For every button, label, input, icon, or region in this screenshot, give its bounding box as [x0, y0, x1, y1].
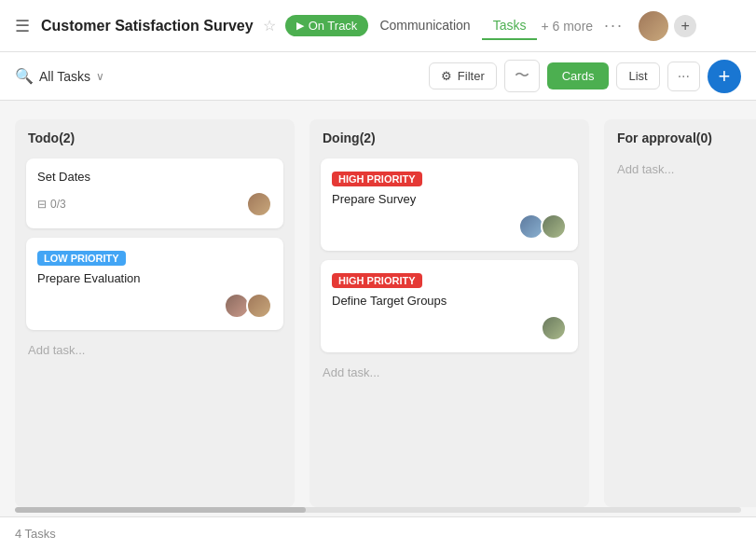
kanban-board: Todo(2) Set Dates ⊟ 0/3 LOW PRIORITY Pre… — [0, 101, 756, 507]
cards-view-button[interactable]: Cards — [547, 62, 610, 89]
avatar — [541, 315, 567, 341]
card-set-dates[interactable]: Set Dates ⊟ 0/3 — [26, 158, 283, 228]
add-user-button[interactable]: + — [674, 15, 696, 37]
task-filter-dropdown[interactable]: 🔍 All Tasks ∨ — [15, 67, 104, 85]
card-footer — [332, 213, 567, 240]
toolbar: 🔍 All Tasks ∨ ⚙ Filter 〜 Cards List ··· … — [0, 52, 756, 101]
avatar — [246, 191, 272, 217]
star-icon[interactable]: ☆ — [263, 17, 276, 34]
avatar — [541, 213, 567, 240]
card-footer: ⊟ 0/3 — [37, 191, 272, 217]
user-avatar-area: + — [639, 11, 696, 41]
project-title: Customer Satisfaction Survey — [41, 18, 254, 34]
card-avatars — [518, 213, 567, 240]
tab-communication[interactable]: Communication — [368, 12, 481, 40]
avatar — [246, 293, 272, 319]
card-title: Prepare Survey — [332, 192, 567, 206]
card-define-target-groups[interactable]: HIGH PRIORITY Define Target Groups — [321, 260, 578, 352]
activity-icon: 〜 — [515, 66, 529, 86]
subtask-count: 0/3 — [50, 198, 66, 211]
subtask-info: ⊟ 0/3 — [37, 198, 66, 211]
priority-badge: HIGH PRIORITY — [332, 273, 422, 288]
activity-button[interactable]: 〜 — [504, 60, 540, 92]
add-task-link[interactable]: Add task... — [321, 362, 578, 383]
add-task-link[interactable]: Add task... — [615, 158, 756, 180]
card-avatars — [246, 191, 272, 217]
card-avatars — [541, 315, 567, 341]
task-count-label: 4 Tasks — [15, 527, 56, 541]
play-icon: ▶ — [296, 20, 304, 32]
filter-label: Filter — [458, 69, 485, 83]
footer-bar: 4 Tasks — [0, 516, 756, 550]
tab-more[interactable]: + 6 more — [537, 13, 597, 39]
priority-badge: LOW PRIORITY — [37, 251, 126, 266]
filter-icon: ⚙ — [441, 69, 452, 83]
card-title: Set Dates — [37, 170, 272, 184]
card-footer — [37, 293, 272, 319]
top-navigation: ☰ Customer Satisfaction Survey ☆ ▶ On Tr… — [0, 0, 756, 52]
column-doing-header: Doing(2) — [321, 131, 578, 149]
filter-button[interactable]: ⚙ Filter — [429, 62, 497, 89]
column-todo: Todo(2) Set Dates ⊟ 0/3 LOW PRIORITY Pre… — [15, 119, 295, 507]
column-for-approval-header: For approval(0) — [615, 131, 756, 149]
user-avatar[interactable] — [639, 11, 668, 41]
add-task-link[interactable]: Add task... — [26, 339, 283, 361]
hamburger-icon[interactable]: ☰ — [15, 16, 30, 36]
card-title: Define Target Groups — [332, 294, 567, 308]
toolbar-more-button[interactable]: ··· — [667, 62, 700, 91]
add-task-button[interactable]: + — [708, 60, 741, 93]
card-footer — [332, 315, 567, 341]
nav-tabs-container: Communication Tasks + 6 more ··· + — [368, 11, 696, 41]
subtask-icon: ⊟ — [37, 198, 47, 211]
card-avatars — [224, 293, 272, 319]
scrollbar-thumb[interactable] — [15, 507, 306, 513]
tab-tasks[interactable]: Tasks — [482, 12, 538, 40]
card-prepare-survey[interactable]: HIGH PRIORITY Prepare Survey — [321, 158, 578, 251]
nav-dots-icon[interactable]: ··· — [597, 12, 631, 39]
card-prepare-evaluation[interactable]: LOW PRIORITY Prepare Evaluation — [26, 238, 283, 330]
status-badge[interactable]: ▶ On Track — [285, 15, 369, 36]
status-label: On Track — [309, 19, 358, 33]
column-for-approval: For approval(0) Add task... — [604, 119, 756, 507]
priority-badge: HIGH PRIORITY — [332, 172, 422, 186]
card-title: Prepare Evaluation — [37, 271, 272, 285]
chevron-down-icon: ∨ — [96, 70, 104, 83]
search-icon: 🔍 — [15, 67, 34, 85]
column-doing: Doing(2) HIGH PRIORITY Prepare Survey HI… — [309, 119, 589, 507]
all-tasks-label: All Tasks — [39, 69, 90, 84]
horizontal-scrollbar[interactable] — [15, 507, 741, 513]
column-todo-header: Todo(2) — [26, 131, 283, 149]
list-view-button[interactable]: List — [616, 62, 659, 89]
